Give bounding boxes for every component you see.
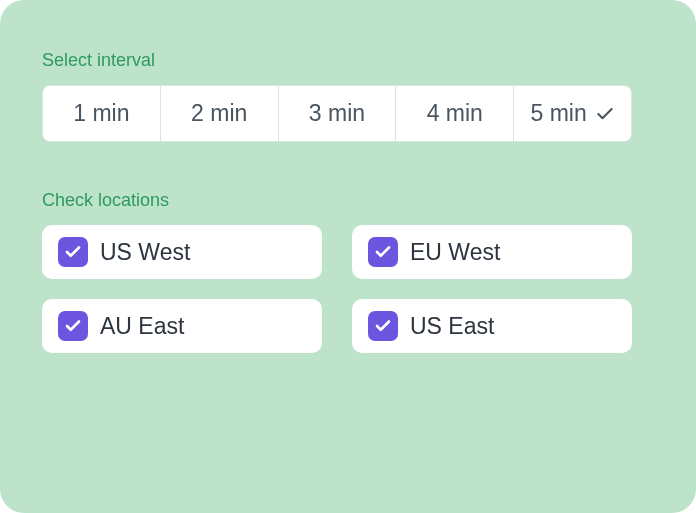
- interval-label: Select interval: [42, 50, 654, 71]
- locations-label: Check locations: [42, 190, 654, 211]
- check-icon: [64, 243, 82, 261]
- interval-option-label: 4 min: [427, 100, 483, 127]
- checkbox-checked[interactable]: [368, 237, 398, 267]
- check-icon: [374, 317, 392, 335]
- interval-option-label: 3 min: [309, 100, 365, 127]
- check-icon: [374, 243, 392, 261]
- location-label: AU East: [100, 313, 184, 340]
- location-label: US West: [100, 239, 190, 266]
- interval-option-1min[interactable]: 1 min: [43, 86, 161, 141]
- interval-option-3min[interactable]: 3 min: [279, 86, 397, 141]
- location-item-au-east[interactable]: AU East: [42, 299, 322, 353]
- locations-grid: US West EU West AU East: [42, 225, 632, 353]
- check-icon: [64, 317, 82, 335]
- interval-option-2min[interactable]: 2 min: [161, 86, 279, 141]
- checkbox-checked[interactable]: [58, 237, 88, 267]
- checkbox-checked[interactable]: [368, 311, 398, 341]
- settings-panel: Select interval 1 min 2 min 3 min 4 min …: [0, 0, 696, 513]
- check-icon: [595, 104, 615, 124]
- location-item-us-west[interactable]: US West: [42, 225, 322, 279]
- interval-option-label: 5 min: [530, 100, 586, 127]
- interval-section: Select interval 1 min 2 min 3 min 4 min …: [42, 50, 654, 142]
- location-item-us-east[interactable]: US East: [352, 299, 632, 353]
- checkbox-checked[interactable]: [58, 311, 88, 341]
- locations-section: Check locations US West EU West: [42, 190, 654, 353]
- interval-option-label: 2 min: [191, 100, 247, 127]
- location-label: US East: [410, 313, 494, 340]
- location-item-eu-west[interactable]: EU West: [352, 225, 632, 279]
- location-label: EU West: [410, 239, 500, 266]
- interval-option-5min[interactable]: 5 min: [514, 86, 631, 141]
- interval-option-label: 1 min: [73, 100, 129, 127]
- interval-option-4min[interactable]: 4 min: [396, 86, 514, 141]
- interval-button-group: 1 min 2 min 3 min 4 min 5 min: [42, 85, 632, 142]
